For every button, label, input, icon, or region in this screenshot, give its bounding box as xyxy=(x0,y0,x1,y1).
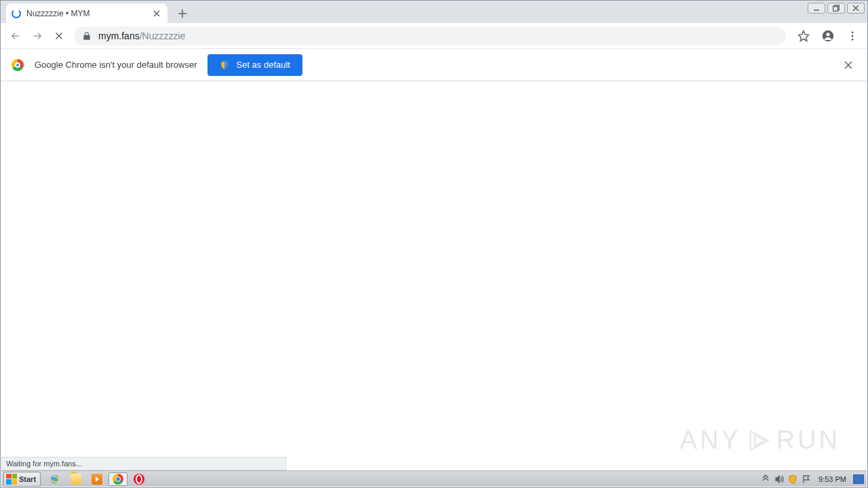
page-content: ANY RUN xyxy=(1,81,867,487)
watermark-text-left: ANY xyxy=(680,426,741,455)
tab-title: Nuzzzzzie • MYM xyxy=(26,9,151,18)
stop-button[interactable] xyxy=(50,26,68,45)
svg-marker-7 xyxy=(751,431,768,450)
maximize-button[interactable] xyxy=(827,3,845,14)
system-tray: 9:53 PM xyxy=(757,474,867,485)
bookmark-button[interactable] xyxy=(794,26,813,45)
status-text: Waiting for mym.fans... xyxy=(6,460,82,468)
set-default-label: Set as default xyxy=(236,60,290,70)
tray-clock[interactable]: 9:53 PM xyxy=(814,475,850,483)
new-tab-button[interactable] xyxy=(173,4,192,23)
tray-flag-button[interactable] xyxy=(801,474,812,485)
loading-spinner-icon xyxy=(12,9,21,18)
show-desktop-button[interactable] xyxy=(853,474,864,485)
tab-strip: Nuzzzzzie • MYM xyxy=(1,1,867,23)
opera-icon xyxy=(134,474,144,485)
start-button[interactable]: Start xyxy=(3,472,41,487)
taskbar: Start 9:53 PM xyxy=(1,470,867,487)
play-triangle-icon xyxy=(747,428,771,453)
address-bar[interactable]: mym.fans/Nuzzzzzie xyxy=(74,26,786,45)
taskbar-opera-button[interactable] xyxy=(130,472,149,486)
forward-button[interactable] xyxy=(28,26,47,45)
taskbar-chrome-button[interactable] xyxy=(108,472,127,486)
svg-point-3 xyxy=(826,33,829,36)
browser-tab[interactable]: Nuzzzzzie • MYM xyxy=(6,3,167,23)
svg-point-6 xyxy=(852,38,854,40)
tray-shield-button[interactable] xyxy=(787,474,798,485)
menu-button[interactable] xyxy=(843,26,862,45)
taskbar-explorer-button[interactable] xyxy=(66,472,85,486)
status-bar: Waiting for mym.fans... xyxy=(1,457,286,470)
url-path: /Nuzzzzzie xyxy=(140,30,186,41)
watermark: ANY RUN xyxy=(680,426,840,455)
tab-close-button[interactable] xyxy=(151,8,162,19)
watermark-text-right: RUN xyxy=(776,426,840,455)
infobar-close-button[interactable] xyxy=(840,57,856,73)
windows-logo-icon xyxy=(6,474,17,485)
infobar-message: Google Chrome isn't your default browser xyxy=(35,60,197,70)
url-host: mym.fans xyxy=(98,30,140,41)
svg-rect-1 xyxy=(833,7,838,12)
profile-button[interactable] xyxy=(818,26,837,45)
taskbar-mediaplayer-button[interactable] xyxy=(87,472,106,486)
tray-volume-button[interactable] xyxy=(774,474,785,485)
chrome-logo-icon xyxy=(12,59,24,71)
minimize-button[interactable] xyxy=(808,3,825,14)
window-frame: Nuzzzzzie • MYM mym.fans/Nuzzzzzie xyxy=(0,0,868,488)
start-label: Start xyxy=(19,475,36,483)
toolbar: mym.fans/Nuzzzzzie xyxy=(1,23,867,49)
close-window-button[interactable] xyxy=(847,3,865,14)
media-player-icon xyxy=(92,474,102,485)
chrome-icon xyxy=(113,474,123,485)
lock-icon xyxy=(82,31,92,41)
svg-marker-8 xyxy=(755,434,764,447)
back-button[interactable] xyxy=(6,26,25,45)
taskbar-ie-button[interactable] xyxy=(45,472,64,486)
monitor-icon xyxy=(853,474,864,484)
svg-point-5 xyxy=(852,35,854,37)
default-browser-infobar: Google Chrome isn't your default browser… xyxy=(1,49,867,81)
svg-point-4 xyxy=(852,31,854,33)
set-default-button[interactable]: Set as default xyxy=(208,54,302,76)
shield-icon xyxy=(220,60,229,70)
ie-icon xyxy=(50,474,60,485)
window-controls xyxy=(808,3,865,14)
folder-icon xyxy=(71,474,81,485)
tray-expand-button[interactable] xyxy=(760,474,771,485)
